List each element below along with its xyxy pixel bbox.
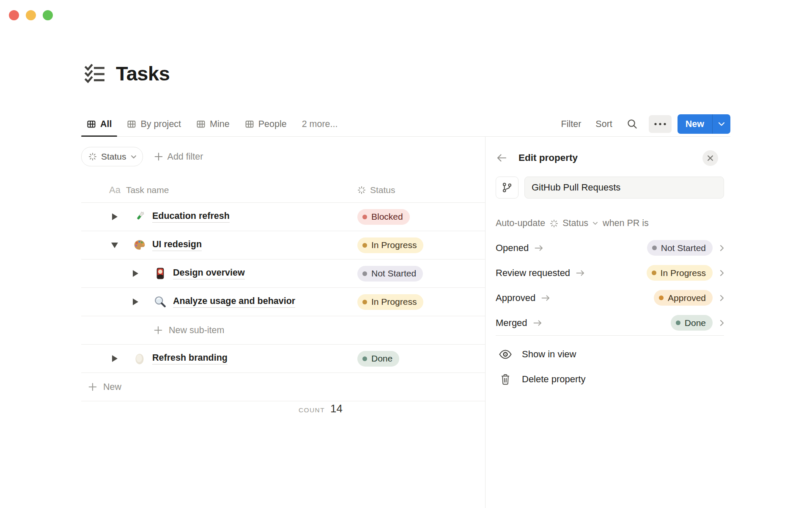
page-title[interactable]: Tasks (116, 62, 170, 85)
count-value: 14 (330, 402, 343, 415)
status-pill[interactable]: Done (671, 315, 713, 331)
auto-update-rule: Auto-update Status when PR is (496, 218, 724, 229)
app-window: Tasks All By project Mine (0, 0, 812, 508)
sort-button[interactable]: Sort (595, 119, 612, 130)
expand-toggle-collapsed[interactable] (110, 355, 119, 362)
minimize-window-button[interactable] (26, 10, 36, 20)
task-title[interactable]: UI redesign (152, 239, 202, 251)
status-property-icon (357, 186, 366, 194)
mapping-row-merged[interactable]: Merged Done (496, 310, 724, 335)
delete-property-button[interactable]: Delete property (496, 367, 724, 392)
search-icon (627, 119, 638, 130)
property-name-row (496, 177, 724, 199)
more-options-button[interactable] (649, 115, 672, 133)
page-header: Tasks (85, 62, 170, 85)
egg-emoji-icon (133, 352, 146, 365)
tab-by-project[interactable]: By project (121, 112, 187, 136)
count-label: COUNT (299, 406, 325, 414)
status-pill[interactable]: In Progress (647, 265, 713, 281)
table-header-row: Aa Task name Status (81, 178, 485, 203)
expand-toggle-collapsed[interactable] (131, 270, 140, 277)
back-button[interactable] (496, 152, 508, 164)
plus-icon (154, 152, 163, 161)
new-row[interactable]: New (81, 373, 485, 401)
status-pill[interactable]: Not Started (647, 240, 713, 256)
magnifier-emoji-icon (154, 295, 167, 308)
status-pill[interactable]: Not Started (357, 266, 423, 282)
filter-bar: Status Add filter (81, 147, 203, 166)
text-property-icon: Aa (109, 185, 121, 196)
close-panel-button[interactable] (702, 150, 718, 166)
status-mappings: Opened Not Started Review requested (496, 235, 724, 335)
task-title[interactable]: Refresh branding (152, 353, 228, 364)
zoom-window-button[interactable] (43, 10, 53, 20)
mapping-row-approved[interactable]: Approved Approved (496, 285, 724, 310)
ellipsis-icon (654, 122, 667, 126)
plus-icon (88, 382, 97, 392)
show-in-view-button[interactable]: Show in view (496, 342, 724, 367)
status-property-icon (550, 219, 558, 228)
panel-header: Edit property (496, 149, 724, 167)
column-header-status[interactable]: Status (357, 185, 395, 195)
status-pill[interactable]: In Progress (357, 294, 423, 310)
panel-title: Edit property (518, 152, 578, 163)
view-tab-bar: All By project Mine People (81, 112, 730, 137)
new-sub-item-label: New sub-item (169, 325, 224, 336)
tab-people[interactable]: People (239, 112, 292, 136)
column-header-task-name[interactable]: Aa Task name (81, 185, 357, 196)
plus-icon (154, 326, 163, 335)
search-button[interactable] (627, 119, 638, 130)
expand-toggle-collapsed[interactable] (110, 213, 119, 220)
test-tube-emoji-icon (133, 210, 146, 223)
tab-mine[interactable]: Mine (191, 112, 235, 136)
property-type-button[interactable] (496, 177, 518, 199)
chevron-down-icon (593, 221, 598, 225)
panel-actions: Show in view Delete property (496, 342, 724, 392)
mapping-row-opened[interactable]: Opened Not Started (496, 235, 724, 260)
new-button[interactable]: New (678, 114, 712, 134)
table-row: UI redesign In Progress (81, 231, 485, 260)
status-pill[interactable]: Blocked (357, 209, 410, 225)
table-view-icon (196, 119, 206, 129)
chevron-right-icon (720, 320, 724, 326)
table-row-sub-item: Analyze usage and behavior In Progress (81, 288, 485, 316)
tab-all[interactable]: All (81, 112, 117, 136)
tab-more-views[interactable]: 2 more... (296, 112, 343, 136)
expand-toggle-expanded[interactable] (110, 243, 119, 248)
auto-update-prefix: Auto-update (496, 218, 545, 229)
status-pill[interactable]: Done (357, 351, 399, 367)
status-property-selector[interactable]: Status (550, 218, 598, 229)
git-branch-icon (502, 182, 513, 193)
status-property-icon (88, 152, 97, 161)
table-row: Education refresh Blocked (81, 203, 485, 231)
panel-divider-vertical (485, 136, 486, 508)
eye-icon (498, 349, 513, 359)
task-title[interactable]: Design overview (173, 268, 245, 279)
task-title[interactable]: Education refresh (152, 211, 230, 223)
panel-divider-horizontal (496, 335, 724, 336)
status-filter-chip[interactable]: Status (81, 147, 143, 166)
tasks-table: Aa Task name Status Education r (81, 178, 485, 401)
task-title[interactable]: Analyze usage and behavior (173, 296, 295, 308)
expand-toggle-collapsed[interactable] (131, 298, 140, 305)
count-footer[interactable]: COUNT 14 (81, 402, 343, 415)
chevron-down-icon (131, 155, 137, 159)
new-dropdown-button[interactable] (713, 114, 730, 134)
flower-card-emoji-icon (154, 267, 167, 280)
table-view-icon (87, 119, 96, 129)
arrow-right-icon (576, 270, 585, 276)
close-window-button[interactable] (9, 10, 19, 20)
property-name-input[interactable] (524, 177, 724, 199)
close-icon (707, 155, 713, 161)
filter-button[interactable]: Filter (561, 119, 582, 130)
palette-emoji-icon (133, 239, 146, 251)
trash-icon (498, 373, 513, 385)
view-toolbar: Filter Sort New (561, 114, 730, 134)
new-row-label: New (103, 382, 121, 392)
checklist-icon (85, 64, 106, 83)
add-filter-button[interactable]: Add filter (154, 152, 203, 162)
status-pill[interactable]: Approved (654, 290, 713, 306)
new-sub-item-row[interactable]: New sub-item (81, 316, 485, 345)
mapping-row-review-requested[interactable]: Review requested In Progress (496, 260, 724, 285)
status-pill[interactable]: In Progress (357, 237, 423, 253)
